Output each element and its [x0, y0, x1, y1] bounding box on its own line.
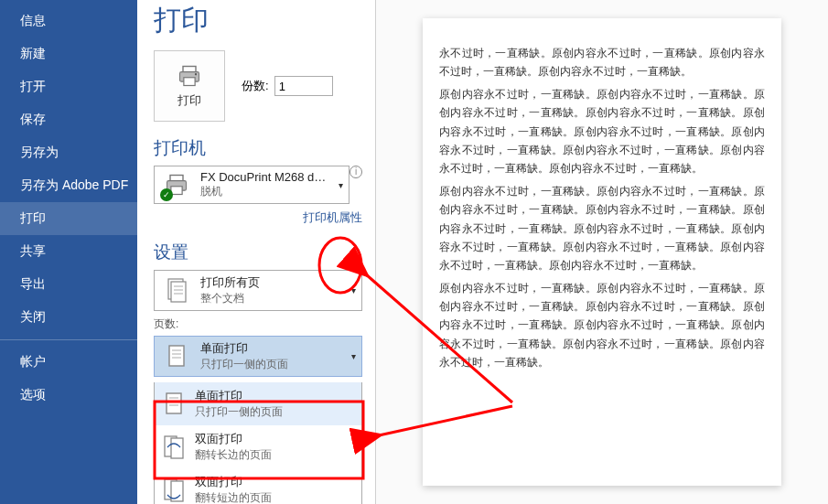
svg-rect-16 [167, 393, 181, 413]
printer-select-dropdown[interactable]: ✓ FX DocuPrint M268 d… 脱机 ▾ [154, 166, 349, 204]
sidebar-item-print[interactable]: 打印 [0, 202, 137, 235]
menu-item-single-sided[interactable]: 单面打印 只打印一侧的页面 [155, 382, 361, 425]
sidebar-item-options[interactable]: 选项 [0, 379, 137, 412]
printer-properties-link[interactable]: 打印机属性 [154, 209, 362, 226]
preview-paragraph: 原创内容永不过时，一直稀缺。原创内容永不过时，一直稀缺。原创内容永不过时，一直稀… [439, 85, 765, 178]
pages-icon [165, 277, 188, 305]
print-scope-dropdown[interactable]: 打印所有页 整个文档 ▾ [154, 270, 362, 311]
menu-item-duplex-short[interactable]: 双面打印 翻转短边的页面 [155, 468, 361, 504]
sidebar-item-export[interactable]: 导出 [0, 268, 137, 301]
settings-section-title: 设置 [154, 241, 362, 264]
svg-rect-21 [171, 438, 183, 458]
sidebar-item-saveas-pdf[interactable]: 另存为 Adobe PDF [0, 169, 137, 202]
sidebar-item-share[interactable]: 共享 [0, 235, 137, 268]
scope-sublabel: 整个文档 [200, 291, 342, 306]
printer-name: FX DocuPrint M268 d… [200, 170, 329, 184]
printer-icon [177, 63, 202, 89]
info-icon[interactable]: i [349, 166, 362, 178]
pages-field-label: 页数: [154, 316, 362, 332]
sides-dropdown[interactable]: 单面打印 只打印一侧的页面 ▾ [154, 336, 362, 377]
backstage-sidebar: 信息 新建 打开 保存 另存为 另存为 Adobe PDF 打印 共享 导出 关… [0, 0, 137, 504]
svg-rect-4 [170, 176, 183, 181]
preview-page: 永不过时，一直稀缺。原创内容永不过时，一直稀缺。原创内容永不过时，一直稀缺。原创… [423, 18, 781, 486]
sides-selected-sub: 只打印一侧的页面 [200, 357, 342, 372]
page-single-icon [165, 343, 188, 370]
svg-rect-8 [171, 282, 186, 302]
sidebar-item-new[interactable]: 新建 [0, 38, 137, 70]
svg-rect-2 [184, 78, 195, 86]
chevron-down-icon: ▾ [339, 180, 343, 190]
sides-selected-label: 单面打印 [200, 340, 342, 357]
sidebar-item-info[interactable]: 信息 [0, 5, 137, 38]
chevron-down-icon: ▾ [351, 351, 356, 361]
sidebar-divider [0, 339, 137, 340]
status-ok-icon: ✓ [160, 188, 173, 201]
menu-item-duplex-long[interactable]: 双面打印 翻转长边的页面 [155, 425, 361, 468]
printer-section-title: 打印机 [154, 136, 362, 160]
svg-rect-12 [169, 346, 184, 366]
preview-paragraph: 原创内容永不过时，一直稀缺。原创内容永不过时，一直稀缺。原创内容永不过时，一直稀… [439, 182, 765, 275]
scope-label: 打印所有页 [200, 274, 342, 291]
page-title: 打印 [154, 0, 362, 50]
print-panel: 打印 打印 份数: 打印机 i ✓ FX DocuPrint M268 d… 脱… [137, 0, 375, 504]
print-preview-pane: 永不过时，一直稀缺。原创内容永不过时，一直稀缺。原创内容永不过时，一直稀缺。原创… [375, 0, 828, 504]
print-button-label: 打印 [177, 92, 201, 109]
sidebar-item-open[interactable]: 打开 [0, 70, 137, 103]
printer-status: 脱机 [200, 184, 329, 199]
page-single-icon [162, 391, 186, 418]
sidebar-item-saveas[interactable]: 另存为 [0, 136, 137, 169]
copies-label: 份数: [242, 78, 269, 94]
sides-dropdown-menu: 单面打印 只打印一侧的页面 双面打印 翻转长边的页面 双面打印 翻转短边的页面 … [154, 382, 362, 504]
preview-paragraph: 原创内容永不过时，一直稀缺。原创内容永不过时，一直稀缺。原创内容永不过时，一直稀… [439, 279, 765, 372]
page-duplex-long-icon [162, 434, 186, 461]
sidebar-item-close[interactable]: 关闭 [0, 301, 137, 334]
svg-point-3 [195, 73, 197, 75]
sidebar-item-account[interactable]: 帐户 [0, 346, 137, 379]
print-button[interactable]: 打印 [154, 50, 225, 122]
preview-paragraph: 永不过时，一直稀缺。原创内容永不过时，一直稀缺。原创内容永不过时，一直稀缺。原创… [439, 44, 765, 81]
page-duplex-short-icon [162, 477, 186, 504]
sidebar-item-save[interactable]: 保存 [0, 103, 137, 136]
svg-rect-0 [183, 67, 196, 72]
copies-input[interactable] [274, 76, 333, 96]
chevron-down-icon: ▾ [351, 285, 356, 295]
